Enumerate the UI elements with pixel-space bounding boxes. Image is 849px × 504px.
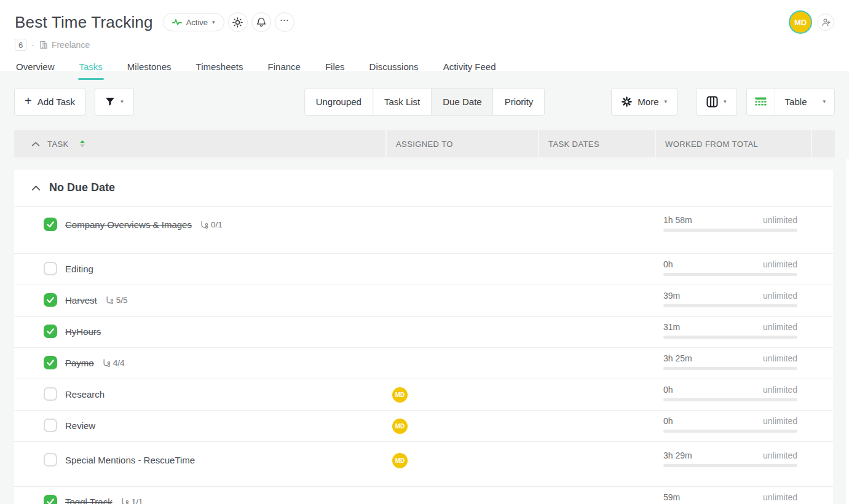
- group-segment-task-list[interactable]: Task List: [373, 88, 432, 116]
- tab-activity-feed[interactable]: Activity Feed: [442, 59, 497, 80]
- asterisk-icon: [622, 96, 632, 107]
- task-name[interactable]: Company Overviews & Images: [65, 219, 192, 230]
- chevron-up-icon[interactable]: [31, 185, 41, 191]
- total-limit: unlimited: [763, 385, 797, 395]
- segment-label: Due Date: [443, 96, 481, 107]
- task-checkbox[interactable]: [44, 325, 57, 338]
- worked-cell: 31m unlimited: [656, 317, 812, 339]
- progress-bar: [663, 273, 797, 276]
- tab-label: Finance: [268, 61, 301, 72]
- table-row: HyHours 31m unlimited: [14, 317, 833, 348]
- progress-bar: [663, 229, 797, 232]
- worked-time: 3h 25m: [663, 353, 692, 363]
- task-checkbox[interactable]: [44, 262, 57, 275]
- task-name[interactable]: HyHours: [65, 326, 101, 337]
- table-row: Harvest 5/5 39m unlimited: [14, 285, 833, 317]
- task-checkbox[interactable]: [44, 387, 57, 401]
- filter-button[interactable]: ▾: [95, 88, 134, 116]
- group-segment-due-date[interactable]: Due Date: [431, 88, 493, 116]
- task-name[interactable]: Editing: [65, 264, 93, 274]
- table-row: Special Mentions - RescueTime MD 3h 29m …: [14, 442, 833, 487]
- task-name[interactable]: Review: [65, 420, 95, 431]
- task-name[interactable]: Harvest: [65, 295, 97, 305]
- progress-bar: [663, 398, 797, 401]
- page-title: Best Time Tracking: [15, 13, 153, 32]
- table-row: Company Overviews & Images 0/1 1h 58m un…: [14, 207, 833, 254]
- tab-milestones[interactable]: Milestones: [126, 59, 173, 80]
- building-icon: [39, 41, 48, 49]
- task-name[interactable]: Toggl Track: [65, 497, 113, 504]
- add-task-button[interactable]: + Add Task: [14, 88, 85, 116]
- total-limit: unlimited: [763, 416, 797, 426]
- tasks-toolbar: + Add Task ▾ UngroupedTask ListDue DateP…: [14, 87, 835, 116]
- subtask-count[interactable]: 0/1: [200, 220, 223, 229]
- invite-people-button[interactable]: [817, 14, 834, 31]
- bell-icon: [256, 17, 266, 28]
- tab-files[interactable]: Files: [324, 59, 346, 80]
- subtask-count[interactable]: 1/1: [120, 497, 143, 504]
- task-checkbox[interactable]: [44, 293, 57, 307]
- task-name[interactable]: Research: [65, 389, 105, 400]
- table-header: TASK ASSIGNED TO TASK DATES WORKED FROM …: [14, 130, 835, 157]
- tab-label: Milestones: [127, 61, 172, 72]
- worked-cell: 0h unlimited: [656, 411, 812, 433]
- view-selector[interactable]: Table ▾: [746, 88, 835, 116]
- progress-bar: [663, 464, 797, 467]
- assignee-avatar[interactable]: MD: [392, 387, 408, 403]
- subtask-count[interactable]: 5/5: [105, 296, 128, 305]
- group-title: No Due Date: [49, 181, 115, 194]
- table-row: Editing 0h unlimited: [14, 254, 833, 285]
- company-link[interactable]: Freelance: [39, 40, 90, 50]
- task-checkbox[interactable]: [44, 453, 57, 467]
- assignee-avatar[interactable]: MD: [392, 419, 408, 434]
- group-header: No Due Date: [14, 170, 833, 207]
- worked-cell: 3h 29m unlimited: [656, 442, 812, 467]
- columns-button[interactable]: ▾: [696, 88, 737, 116]
- tab-finance[interactable]: Finance: [267, 59, 302, 80]
- table-grid-icon: [747, 89, 775, 115]
- task-name[interactable]: Special Mentions - RescueTime: [65, 455, 195, 465]
- tab-tasks[interactable]: Tasks: [78, 59, 104, 80]
- task-name[interactable]: Paymo: [65, 358, 94, 368]
- total-limit: unlimited: [763, 451, 797, 460]
- subtask-count-label: 0/1: [211, 220, 223, 229]
- tab-timesheets[interactable]: Timesheets: [195, 59, 245, 80]
- group-segment-priority[interactable]: Priority: [493, 88, 545, 116]
- worked-cell: 1h 58m unlimited: [656, 207, 812, 232]
- project-header: Best Time Tracking Active ▾: [0, 0, 849, 71]
- view-label: Table: [785, 96, 807, 107]
- tab-overview[interactable]: Overview: [15, 59, 56, 80]
- worked-time: 31m: [663, 322, 680, 332]
- group-segment-ungrouped[interactable]: Ungrouped: [304, 88, 373, 116]
- worked-time: 3h 29m: [663, 451, 692, 460]
- user-avatar[interactable]: MD: [790, 12, 811, 33]
- task-checkbox[interactable]: [44, 419, 57, 432]
- add-task-label: Add Task: [38, 96, 75, 107]
- subtask-count[interactable]: 4/4: [102, 358, 125, 368]
- task-checkbox[interactable]: [44, 218, 57, 231]
- chevron-down-icon: ▾: [823, 99, 826, 104]
- notifications-button[interactable]: [251, 12, 271, 32]
- more-options-button[interactable]: ⋯: [275, 12, 294, 32]
- vertical-scrollbar[interactable]: [846, 159, 849, 504]
- task-checkbox[interactable]: [44, 495, 57, 504]
- tab-label: Tasks: [79, 61, 103, 72]
- more-tools-button[interactable]: More ▾: [611, 88, 677, 116]
- tab-discussions[interactable]: Discussions: [368, 59, 420, 80]
- dot-separator: ·: [31, 40, 34, 50]
- project-status-dropdown[interactable]: Active ▾: [163, 13, 224, 31]
- task-checkbox[interactable]: [44, 356, 57, 369]
- tab-label: Discussions: [369, 61, 419, 72]
- worked-cell: 0h unlimited: [656, 379, 812, 401]
- column-header-task[interactable]: TASK: [14, 130, 385, 157]
- task-rows: Company Overviews & Images 0/1 1h 58m un…: [14, 207, 833, 504]
- chevron-down-icon: ▾: [120, 99, 124, 104]
- worked-time: 0h: [663, 259, 673, 269]
- total-limit: unlimited: [763, 353, 797, 363]
- total-limit: unlimited: [763, 492, 797, 502]
- assignee-avatar[interactable]: MD: [392, 453, 408, 468]
- subtask-count-label: 4/4: [113, 358, 125, 368]
- settings-button[interactable]: [228, 12, 248, 32]
- chevron-up-icon[interactable]: [31, 141, 40, 147]
- progress-bar: [663, 367, 797, 370]
